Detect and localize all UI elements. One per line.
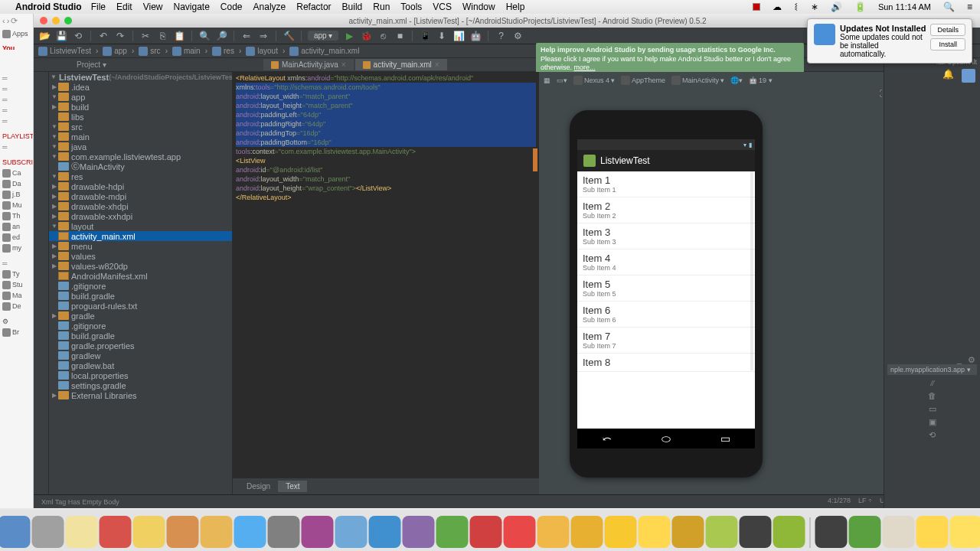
api-selector[interactable]: 🤖19 ▾ (749, 77, 773, 84)
list-item[interactable]: Ca (0, 168, 33, 178)
list-item[interactable]: Th (0, 210, 33, 221)
dock-app-icon[interactable] (66, 516, 98, 548)
tree-node[interactable]: ▶.idea (49, 82, 232, 92)
close-tab-icon[interactable]: × (435, 60, 439, 69)
debug-icon[interactable]: 🐞 (360, 30, 372, 42)
dock-app-icon[interactable] (537, 516, 570, 548)
youtube-logo[interactable]: You (0, 39, 33, 50)
redo-icon[interactable]: ↷ (114, 30, 126, 42)
tree-node[interactable]: ▼res (49, 171, 232, 181)
scrollbar[interactable] (750, 171, 753, 370)
attach-debugger-icon[interactable]: ⎋ (377, 30, 389, 42)
dock-app-icon[interactable] (302, 516, 334, 548)
notification-center-icon[interactable]: ≡ (967, 2, 972, 12)
replace-icon[interactable]: 🔎 (215, 30, 227, 42)
monitor-icon[interactable]: 📊 (452, 30, 465, 42)
menu-build[interactable]: Build (342, 2, 363, 12)
breadcrumb[interactable]: ListviewTest (38, 47, 91, 56)
breadcrumb[interactable]: res (212, 47, 234, 56)
menu-run[interactable]: Run (373, 2, 390, 12)
dock-app-icon[interactable] (815, 516, 848, 548)
breadcrumb[interactable]: src (139, 47, 160, 56)
tree-node[interactable]: proguard-rules.txt (49, 301, 232, 311)
tree-node[interactable]: ▶gradle (49, 311, 232, 321)
activity-selector[interactable]: MainActivity▾ (671, 76, 724, 85)
bluetooth-icon[interactable]: ∗ (811, 2, 818, 12)
battery-icon[interactable]: 🔋 (854, 2, 866, 12)
cut-icon[interactable]: ✂ (139, 30, 152, 42)
cursor-position[interactable]: 4:1/278 (828, 497, 851, 507)
link-icon[interactable]: ⟲ (927, 430, 938, 441)
forward-nav-icon[interactable]: ⇒ (257, 30, 270, 42)
menu-file[interactable]: File (91, 2, 106, 12)
tree-node[interactable]: ▶menu (49, 241, 232, 251)
tree-root[interactable]: ▼ListviewTest (~/AndroidStudioProjects/L… (49, 72, 232, 82)
wifi-icon[interactable]: ⧙ (794, 2, 799, 12)
details-button[interactable]: Details (930, 24, 965, 36)
tree-node[interactable]: .gitignore (49, 321, 232, 331)
dock-app-icon[interactable] (740, 516, 772, 548)
paste-icon[interactable]: 📋 (173, 30, 185, 42)
save-icon[interactable]: 💾 (55, 30, 67, 42)
menu-vcs[interactable]: VCS (433, 2, 452, 12)
stop-icon[interactable]: ■ (394, 30, 406, 42)
gear-icon[interactable]: ⚙ (968, 355, 975, 365)
menu-analyze[interactable]: Analyze (253, 2, 286, 12)
list-item[interactable]: j.B (0, 189, 33, 200)
list-item[interactable]: Ty (0, 269, 33, 279)
reload-icon[interactable]: ⟳ (11, 16, 18, 26)
list-item[interactable]: an (0, 221, 33, 232)
tree-node[interactable]: ▼src (49, 122, 232, 132)
tree-node[interactable]: ▶drawable-xhdpi (49, 201, 232, 211)
sdk-icon[interactable]: ⬇ (436, 30, 448, 42)
back-nav-icon[interactable]: ⇐ (240, 30, 253, 42)
tree-node[interactable]: ▶values (49, 251, 232, 261)
menu-window[interactable]: Window (462, 2, 495, 12)
list-item[interactable]: ed (0, 232, 33, 243)
back-icon[interactable]: ‹ (2, 16, 5, 26)
home-icon[interactable]: ⬭ (662, 432, 671, 445)
left-tool-strip[interactable] (34, 72, 49, 494)
theme-selector[interactable]: AppTheme (621, 76, 665, 85)
module-selector[interactable]: nple.myapplication3.app ▾ (887, 364, 977, 375)
tree-node[interactable]: .gitignore (49, 281, 232, 291)
tree-node[interactable]: ⓒ MainActivity (49, 161, 232, 171)
tree-node[interactable]: local.properties (49, 370, 232, 380)
open-icon[interactable]: 📂 (38, 30, 51, 42)
clock[interactable]: Sun 11:14 AM (878, 2, 931, 11)
help-icon[interactable]: ? (495, 30, 507, 42)
breadcrumb[interactable]: app (103, 47, 127, 56)
tree-node[interactable]: AndroidManifest.xml (49, 271, 232, 281)
list-item[interactable]: De (0, 301, 33, 311)
dock-app-icon[interactable] (504, 516, 536, 548)
avd-icon[interactable]: 📱 (419, 30, 431, 42)
line-separator[interactable]: LF ÷ (858, 497, 872, 507)
dock-app-icon[interactable] (916, 516, 949, 548)
apps-link[interactable]: Apps (0, 28, 33, 39)
dock-app-icon[interactable] (883, 516, 915, 548)
volume-icon[interactable]: 🔊 (831, 2, 842, 12)
dock-app-icon[interactable] (32, 516, 64, 548)
tree-node[interactable]: ▶build (49, 102, 232, 112)
breadcrumb[interactable]: layout (246, 47, 278, 56)
tree-node[interactable]: gradlew (49, 350, 232, 360)
settings-icon[interactable]: ⚙ (511, 30, 524, 42)
expand-icon[interactable]: ▭ (927, 404, 938, 415)
list-item[interactable]: Ma (0, 290, 33, 301)
menu-navigate[interactable]: Navigate (173, 2, 209, 12)
dock-app-icon[interactable] (201, 516, 233, 548)
tree-node[interactable]: build.gradle (49, 331, 232, 341)
dock-app-icon[interactable] (0, 516, 31, 548)
notifications-icon[interactable]: 🔔 (942, 69, 954, 83)
tree-node-selected[interactable]: activity_main.xml (49, 231, 232, 241)
breadcrumb[interactable]: activity_main.xml (289, 47, 359, 56)
dock-app-icon[interactable] (950, 516, 981, 548)
forward-icon[interactable]: › (7, 16, 10, 26)
back-icon[interactable]: ⤺ (603, 432, 612, 445)
copy-icon[interactable]: ⎘ (156, 30, 168, 42)
dock-app-icon[interactable] (706, 516, 738, 548)
spotlight-icon[interactable]: 🔍 (943, 2, 955, 12)
dock-app-icon[interactable] (167, 516, 199, 548)
breadcrumb[interactable]: main (172, 47, 201, 56)
dock-app-icon[interactable] (369, 516, 401, 548)
